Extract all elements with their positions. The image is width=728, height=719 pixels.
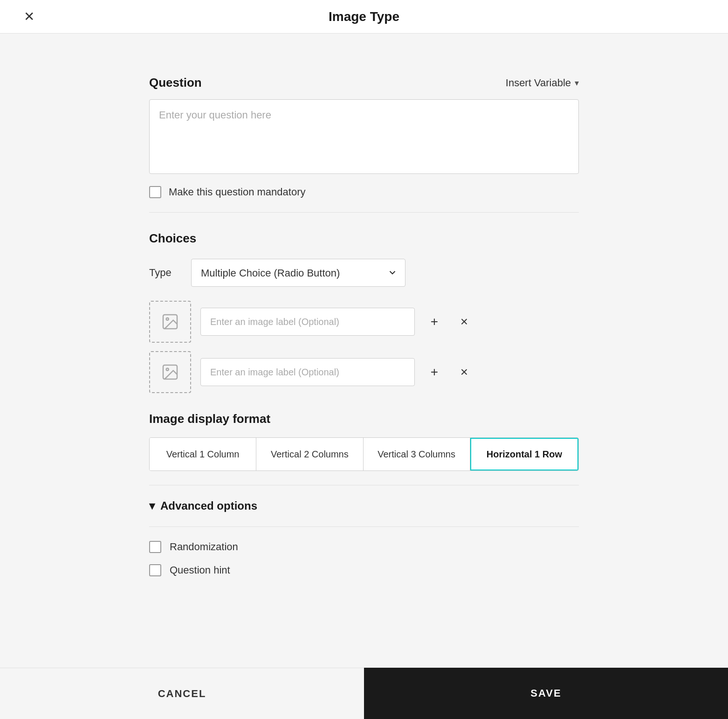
header: ✕ Image Type — [0, 0, 728, 34]
randomization-checkbox[interactable] — [149, 541, 161, 553]
save-button[interactable]: SAVE — [364, 668, 728, 719]
image-choice-row-2: + × — [149, 351, 579, 393]
question-header: Question Insert Variable ▾ — [149, 76, 579, 90]
close-button[interactable]: ✕ — [19, 7, 39, 27]
plus-icon-2: + — [431, 365, 438, 380]
add-choice-button-1[interactable]: + — [424, 311, 445, 332]
svg-point-1 — [166, 318, 169, 320]
advanced-header[interactable]: ▾ Advanced options — [149, 499, 579, 512]
type-row: Type Multiple Choice (Radio Button) Chec… — [149, 259, 579, 287]
insert-variable-button[interactable]: Insert Variable ▾ — [506, 77, 579, 89]
type-label: Type — [149, 267, 177, 279]
question-hint-checkbox[interactable] — [149, 564, 161, 576]
format-vertical-1-col[interactable]: Vertical 1 Column — [150, 438, 256, 470]
format-buttons: Vertical 1 Column Vertical 2 Columns Ver… — [149, 437, 579, 471]
chevron-down-icon: ▾ — [575, 78, 579, 88]
plus-icon-1: + — [431, 314, 438, 329]
image-icon-1 — [161, 312, 179, 331]
image-icon-2 — [161, 363, 179, 381]
question-section: Question Insert Variable ▾ Make this que… — [149, 57, 579, 212]
question-hint-label: Question hint — [170, 564, 230, 576]
randomization-label: Randomization — [170, 541, 238, 553]
question-textarea[interactable] — [149, 99, 579, 174]
format-vertical-3-col[interactable]: Vertical 3 Columns — [364, 438, 470, 470]
format-label: Image display format — [149, 412, 579, 426]
page-title: Image Type — [329, 9, 399, 24]
choices-section: Choices Type Multiple Choice (Radio Butt… — [149, 213, 579, 485]
question-hint-row: Question hint — [149, 564, 579, 576]
times-icon-2: × — [460, 365, 468, 380]
remove-choice-button-2[interactable]: × — [454, 362, 474, 382]
format-vertical-2-col[interactable]: Vertical 2 Columns — [256, 438, 363, 470]
advanced-section-divider — [149, 526, 579, 527]
advanced-label: Advanced options — [160, 499, 257, 512]
choices-label: Choices — [149, 231, 579, 246]
format-section: Image display format Vertical 1 Column V… — [149, 412, 579, 471]
image-upload-1[interactable] — [149, 301, 191, 343]
image-upload-2[interactable] — [149, 351, 191, 393]
times-icon-1: × — [460, 314, 468, 329]
insert-variable-label: Insert Variable — [506, 77, 571, 89]
mandatory-checkbox[interactable] — [149, 186, 161, 198]
question-label: Question — [149, 76, 202, 90]
close-icon: ✕ — [24, 9, 34, 24]
mandatory-row: Make this question mandatory — [149, 186, 579, 198]
remove-choice-button-1[interactable]: × — [454, 311, 474, 332]
main-content: Question Insert Variable ▾ Make this que… — [0, 34, 728, 695]
image-label-input-1[interactable] — [200, 308, 415, 336]
type-select[interactable]: Multiple Choice (Radio Button) Checkboxe… — [191, 259, 405, 287]
advanced-section: ▾ Advanced options Randomization Questio… — [149, 485, 579, 601]
image-choice-row-1: + × — [149, 301, 579, 343]
svg-point-3 — [166, 368, 169, 371]
cancel-button[interactable]: CANCEL — [0, 668, 364, 719]
format-horizontal-1-row[interactable]: Horizontal 1 Row — [470, 438, 578, 470]
triangle-down-icon: ▾ — [149, 499, 155, 512]
mandatory-label: Make this question mandatory — [169, 186, 306, 198]
add-choice-button-2[interactable]: + — [424, 362, 445, 382]
image-label-input-2[interactable] — [200, 358, 415, 386]
footer: CANCEL SAVE — [0, 668, 728, 719]
randomization-row: Randomization — [149, 541, 579, 553]
